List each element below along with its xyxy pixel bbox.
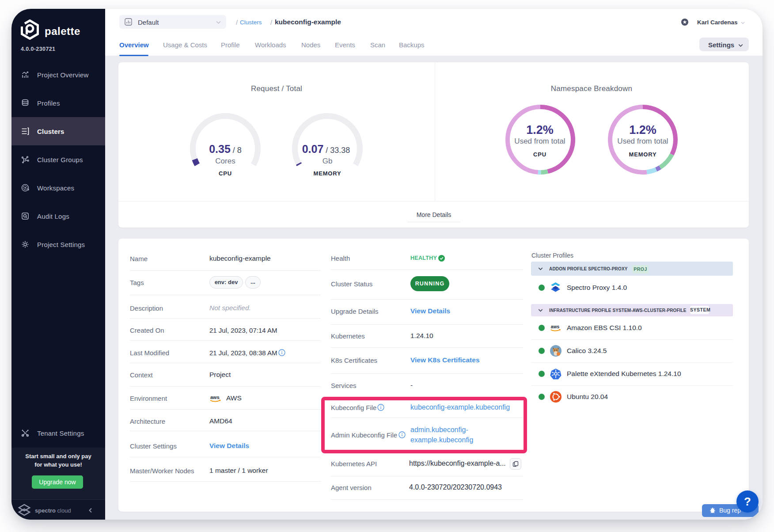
svg-text:aws: aws: [210, 395, 220, 400]
svg-text:aws: aws: [551, 324, 560, 329]
